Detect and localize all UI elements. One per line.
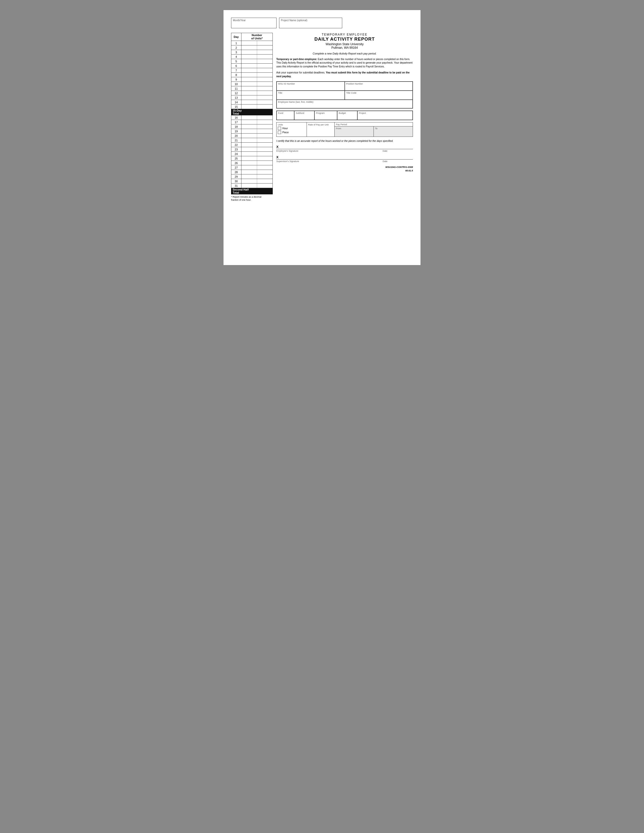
complete-note: Complete a new Daily Activity Report eac…: [276, 52, 413, 55]
wsu-id-label: WSU ID Number: [278, 82, 343, 85]
units-cell[interactable]: [241, 115, 272, 120]
units-cell[interactable]: [241, 174, 272, 179]
units-cell[interactable]: [241, 156, 272, 161]
units-cell[interactable]: [241, 59, 272, 64]
rate-col[interactable]: Rate of Pay per Unit: [307, 122, 335, 137]
units-cell[interactable]: [241, 147, 272, 152]
units-cell[interactable]: [241, 50, 272, 55]
day-column-header: Day: [231, 33, 242, 41]
units-cell[interactable]: [241, 41, 272, 45]
units-cell[interactable]: [241, 68, 272, 73]
temp-employee-heading: TEMPORARY EMPLOYEE: [276, 33, 413, 36]
units-cell[interactable]: [241, 105, 272, 109]
subtotal-row: Second HalfTotal: [231, 188, 273, 195]
table-row: 3: [231, 50, 273, 55]
budget-field[interactable]: Budget: [337, 111, 357, 120]
units-cell[interactable]: [241, 45, 272, 50]
project-name-label: Project Name (optional): [281, 19, 308, 22]
units-cell[interactable]: [241, 138, 272, 143]
day-number: 24: [231, 152, 242, 156]
page: Month/Year Project Name (optional) Day N…: [224, 10, 420, 265]
from-field[interactable]: From: [335, 127, 374, 137]
month-year-field[interactable]: Month/Year: [231, 18, 277, 28]
day-number: 28: [231, 170, 242, 174]
units-cell[interactable]: [241, 143, 272, 147]
hour-checkbox[interactable]: [278, 127, 281, 130]
title-field[interactable]: Title: [277, 91, 345, 100]
units-cell[interactable]: [241, 129, 272, 133]
piece-checkbox[interactable]: [278, 131, 281, 134]
table-row: 9: [231, 77, 273, 82]
supervisor-sig-label: Supervisor's Signature: [276, 160, 383, 162]
form-number: WSU1041-CONTR#1-0308 60.61.5: [276, 166, 413, 172]
project-field[interactable]: Project: [357, 111, 413, 120]
top-header: Month/Year Project Name (optional): [231, 18, 413, 28]
month-year-label: Month/Year: [233, 19, 246, 22]
employee-sig-labels: Employee's Signature Date: [276, 150, 413, 152]
university-name: Washington State University: [276, 42, 413, 46]
title-code-field[interactable]: Title Code: [345, 91, 413, 100]
table-row: 15: [231, 105, 273, 109]
table-row: 12: [231, 91, 273, 95]
table-row: 16: [231, 115, 273, 120]
table-row: 23: [231, 147, 273, 152]
units-cell[interactable]: [241, 82, 272, 86]
id-position-section: WSU ID Number Position Number Title Titl…: [276, 81, 413, 109]
day-number: 12: [231, 91, 242, 95]
units-cell[interactable]: [241, 124, 272, 129]
day-number: 5: [231, 59, 242, 64]
employee-name-row: Employee Name (last, first, middle): [277, 100, 413, 108]
table-row: 10: [231, 82, 273, 86]
title-label: Title: [278, 92, 343, 94]
units-cell[interactable]: [241, 86, 272, 91]
units-cell[interactable]: [241, 183, 272, 188]
units-cell[interactable]: [241, 95, 272, 100]
day-table: Day Number of Units* 1234567891011121314…: [231, 33, 273, 195]
table-row: 6: [231, 64, 273, 68]
to-field[interactable]: To: [374, 127, 413, 137]
units-cell[interactable]: [241, 120, 272, 124]
wsu-id-field[interactable]: WSU ID Number: [277, 82, 345, 91]
cert-text: I certify that this is an accurate repor…: [276, 139, 413, 143]
units-cell[interactable]: [241, 100, 272, 105]
units-cell[interactable]: [241, 73, 272, 77]
table-row: 20: [231, 133, 273, 138]
position-number-field[interactable]: Position Number: [345, 82, 413, 91]
table-row: 21: [231, 138, 273, 143]
fund-field[interactable]: Fund: [277, 111, 294, 120]
table-row: 28: [231, 170, 273, 174]
daily-activity-heading: DAILY ACTIVITY REPORT: [276, 37, 413, 42]
units-cell[interactable]: [241, 133, 272, 138]
units-cell[interactable]: [241, 152, 272, 156]
hour-checkbox-row: Hour: [278, 127, 305, 130]
program-field[interactable]: Program: [314, 111, 337, 120]
units-cell[interactable]: [241, 165, 272, 170]
employee-name-field[interactable]: Employee Name (last, first, middle): [277, 100, 413, 108]
table-row: 4: [231, 55, 273, 59]
day-number: 25: [231, 156, 242, 161]
wsu-id-row: WSU ID Number Position Number: [277, 82, 413, 91]
table-row: 25: [231, 156, 273, 161]
title-row: Title Title Code: [277, 91, 413, 100]
to-label: To: [375, 127, 378, 130]
units-cell[interactable]: [241, 55, 272, 59]
supervisor-sig-labels: Supervisor's Signature Date: [276, 160, 413, 162]
units-cell[interactable]: [241, 77, 272, 82]
title-code-label: Title Code: [346, 92, 411, 94]
subfund-field[interactable]: Subfund: [294, 111, 314, 120]
piece-label: Piece: [282, 131, 289, 134]
units-cell[interactable]: [241, 91, 272, 95]
table-row: 31: [231, 183, 273, 188]
pay-period-label: Pay Period: [335, 122, 413, 127]
day-number: 8: [231, 73, 242, 77]
units-cell[interactable]: [241, 170, 272, 174]
day-table-wrap: Day Number of Units* 1234567891011121314…: [231, 33, 273, 202]
units-cell[interactable]: [241, 64, 272, 68]
fund-section: Fund Subfund Program Budget Project: [276, 111, 413, 120]
units-cell[interactable]: [241, 161, 272, 165]
table-row: 17: [231, 120, 273, 124]
units-cell[interactable]: [241, 179, 272, 183]
form-content: TEMPORARY EMPLOYEE DAILY ACTIVITY REPORT…: [276, 33, 413, 172]
day-number: 22: [231, 143, 242, 147]
project-name-field[interactable]: Project Name (optional): [279, 18, 342, 28]
